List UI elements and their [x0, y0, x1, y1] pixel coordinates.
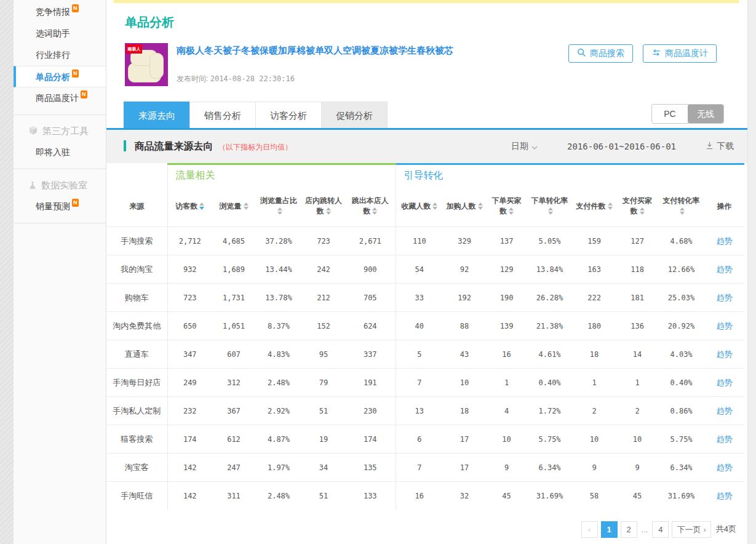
value-cell: 705	[345, 284, 396, 312]
value-cell: 4.03%	[658, 340, 704, 369]
sidebar-item[interactable]: 单品分析N	[14, 66, 106, 87]
prev-page-button[interactable]: ‹	[581, 521, 598, 538]
value-cell: 18	[572, 340, 616, 369]
sort-icon[interactable]	[244, 202, 249, 210]
value-cell: 180	[572, 312, 616, 340]
value-cell: 10	[616, 425, 658, 454]
page-number-button[interactable]: 2	[621, 521, 637, 538]
source-cell: 手淘每日好店	[106, 369, 167, 397]
value-cell: 142	[167, 454, 212, 482]
column-label: 跳出本店人数	[352, 196, 389, 215]
product-title-link[interactable]: 南极人冬天被子冬被保暖加厚棉被单双人空调被夏凉被学生春秋被芯	[177, 44, 568, 57]
sidebar-item[interactable]: 即将入驻	[14, 142, 106, 163]
sidebar-item[interactable]: 竞争情报N	[14, 1, 106, 23]
trend-link[interactable]: 趋势	[717, 406, 733, 415]
trend-link[interactable]: 趋势	[717, 265, 733, 274]
sort-icon[interactable]	[372, 207, 377, 215]
value-cell: 367	[212, 397, 255, 425]
download-link[interactable]: 下载	[706, 141, 734, 152]
value-cell: 6	[396, 425, 443, 454]
section-tick	[124, 140, 126, 151]
device-option[interactable]: 无线	[688, 105, 723, 123]
trend-link[interactable]: 趋势	[717, 293, 733, 302]
trend-link[interactable]: 趋势	[717, 350, 733, 359]
column-header[interactable]: 浏览量占比	[255, 186, 302, 227]
column-header[interactable]: 加购人数	[443, 186, 486, 227]
column-header[interactable]: 跳出本店人数	[345, 186, 396, 227]
value-cell: 0.40%	[527, 369, 572, 397]
value-cell: 2,671	[345, 227, 396, 255]
trend-link[interactable]: 趋势	[717, 236, 733, 246]
tab-item[interactable]: 销售分析	[189, 102, 256, 128]
value-cell: 92	[443, 255, 486, 284]
trend-link[interactable]: 趋势	[717, 463, 733, 472]
tab-active[interactable]: 来源去向	[124, 102, 190, 128]
sidebar-item[interactable]: 选词助手	[14, 23, 106, 44]
sidebar-item[interactable]: 行业排行	[14, 44, 106, 66]
sort-icon[interactable]	[277, 207, 282, 215]
sort-icon[interactable]	[509, 207, 514, 215]
sort-icon[interactable]	[478, 202, 483, 210]
value-cell: 19	[302, 425, 345, 454]
date-range[interactable]: 2016-06-01~2016-06-01	[567, 142, 676, 151]
value-cell: 4,685	[212, 227, 255, 255]
download-label: 下载	[717, 141, 734, 152]
date-filter-dropdown[interactable]: 日期	[511, 141, 538, 152]
column-label: 支付转化率	[663, 196, 700, 205]
value-cell: 137	[486, 227, 527, 255]
sort-icon[interactable]	[199, 202, 204, 210]
sort-icon[interactable]	[640, 207, 645, 215]
column-label: 访客数	[175, 202, 197, 210]
value-cell: 40	[396, 312, 443, 340]
value-cell: 650	[167, 312, 212, 340]
value-cell: 347	[167, 340, 212, 369]
column-header[interactable]: 收藏人数	[396, 186, 443, 227]
value-cell: 10	[443, 369, 486, 397]
trend-link[interactable]: 趋势	[717, 321, 733, 330]
column-header[interactable]: 支付转化率	[658, 186, 704, 227]
sort-icon[interactable]	[432, 202, 437, 210]
column-header[interactable]: 下单转化率	[527, 186, 572, 227]
group-spacer	[106, 164, 167, 186]
value-cell: 43	[443, 340, 486, 369]
sort-icon[interactable]	[608, 202, 613, 210]
filter-controls: 日期 2016-06-01~2016-06-01 下载	[511, 141, 734, 152]
trend-link[interactable]: 趋势	[717, 491, 733, 500]
column-header[interactable]: 支付件数	[572, 186, 616, 227]
tab-item[interactable]: 访客分析	[255, 102, 322, 128]
top-accent-bar	[113, 0, 739, 3]
value-cell: 0.86%	[658, 397, 704, 425]
value-cell: 18	[443, 397, 486, 425]
product-search-button[interactable]: 商品搜索	[568, 44, 633, 63]
sidebar-item[interactable]: 销量预测N	[14, 196, 106, 217]
column-header[interactable]: 下单买家数	[486, 186, 527, 227]
tab-item[interactable]: 促销分析	[321, 102, 388, 128]
column-header[interactable]: 访客数	[167, 186, 212, 227]
column-header[interactable]: 浏览量	[212, 186, 255, 227]
page-number-button[interactable]: 1	[601, 521, 618, 538]
value-cell: 232	[167, 397, 212, 425]
value-cell: 10	[572, 425, 616, 454]
page-title: 单品分析	[125, 14, 747, 31]
trend-link[interactable]: 趋势	[717, 378, 733, 387]
sort-icon[interactable]	[680, 207, 685, 215]
value-cell: 1	[486, 369, 527, 397]
column-header[interactable]: 支付买家数	[616, 186, 658, 227]
value-cell: 58	[572, 482, 616, 510]
value-cell: 5.75%	[527, 425, 572, 454]
product-image[interactable]: 南极人	[125, 43, 168, 86]
sort-icon[interactable]	[326, 207, 331, 215]
next-page-button[interactable]: 下一页›	[672, 521, 710, 538]
sidebar-item[interactable]: 商品温度计N	[14, 87, 106, 109]
product-thermometer-button[interactable]: 商品温度计	[643, 44, 717, 63]
sidebar-item-label: 即将入驻	[36, 147, 70, 157]
value-cell: 152	[302, 312, 345, 340]
action-cell: 趋势	[704, 340, 744, 369]
column-header[interactable]: 店内跳转人数	[302, 186, 345, 227]
value-cell: 4.61%	[527, 340, 572, 369]
trend-link[interactable]: 趋势	[717, 434, 733, 444]
device-option[interactable]: PC	[652, 105, 688, 123]
value-cell: 1,051	[212, 312, 255, 340]
sort-icon[interactable]	[548, 207, 553, 215]
page-number-button[interactable]: 4	[652, 521, 669, 538]
